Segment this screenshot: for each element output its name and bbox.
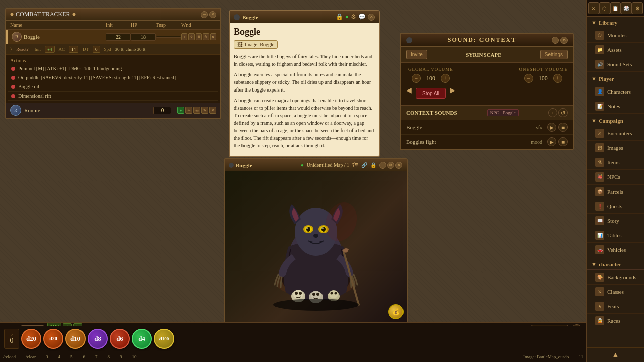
table-row[interactable]: B Boggle 22 18 + ✧ ☠ ✎ ✕ xyxy=(6,30,220,44)
stop-button[interactable]: ■ xyxy=(558,137,568,146)
character-section-label: character xyxy=(599,261,621,267)
boggle-para-1: Boggles are the little bogeys of fairy t… xyxy=(234,53,375,68)
actions-panel: Actions Pummel [M] [ATK: +1] [DMG: 1d6-1… xyxy=(6,55,220,103)
vol-right-arrow[interactable]: ▶ xyxy=(450,86,455,101)
map-lock-icon[interactable]: 🔒 xyxy=(370,162,376,168)
play-button[interactable]: ▶ xyxy=(547,123,556,132)
d4-die[interactable]: d4 xyxy=(132,329,152,349)
oneshot-vol-increase[interactable]: + xyxy=(553,74,562,83)
action-bullet xyxy=(11,94,15,98)
add-sound-button[interactable]: + xyxy=(548,108,557,117)
sidebar-item-backgrounds[interactable]: 🎨 Backgrounds xyxy=(587,270,644,285)
sound-titlebar[interactable]: SOUND: CONTEXT ─ ✕ xyxy=(401,34,573,47)
sidebar-item-characters[interactable]: 👤 Characters xyxy=(587,84,644,99)
sidebar-item-encounters[interactable]: ⚔ Encounters xyxy=(587,126,644,141)
sidebar-item-modules[interactable]: ⬡ Modules xyxy=(587,28,644,43)
d8-die[interactable]: d8 xyxy=(88,329,108,349)
minimize-button[interactable]: ─ xyxy=(552,37,559,44)
invite-button[interactable]: Invite xyxy=(406,50,427,59)
minimize-button[interactable]: ─ xyxy=(379,162,386,169)
edit-icon[interactable]: ✎ xyxy=(203,33,209,40)
ac-value: 14 xyxy=(69,46,78,53)
delete-icon[interactable]: ✕ xyxy=(209,107,216,114)
hp-value: 18 xyxy=(131,33,156,41)
combat-header: Name Init HP Tmp Wnd xyxy=(6,21,220,30)
popout-button[interactable]: ⧉ xyxy=(387,162,394,169)
d10-die-v2[interactable]: d10 xyxy=(65,329,86,349)
sidebar-icon-4[interactable]: 🎲 xyxy=(621,2,632,14)
sidebar-item-classes[interactable]: ⚔ Classes xyxy=(587,285,644,299)
sidebar-item-vehicles[interactable]: 🚗 Vehicles xyxy=(587,243,644,257)
close-button[interactable]: ✕ xyxy=(368,14,375,21)
sidebar-item-notes[interactable]: 📝 Notes xyxy=(587,99,644,114)
action-item[interactable]: Oil puddle [SAVEVS: dexterity 11] [SAVEV… xyxy=(8,73,218,82)
sidebar-item-tables[interactable]: 📊 Tables xyxy=(587,228,644,243)
items-label: Items xyxy=(607,159,619,165)
coin-icon: 💰 xyxy=(388,304,404,319)
vol-left-arrow[interactable]: ◀ xyxy=(406,86,412,101)
character-header[interactable]: ▼ character xyxy=(587,259,644,270)
d6-die[interactable]: d6 xyxy=(110,329,130,349)
image-badge[interactable]: 🖼 Image: Boggle xyxy=(234,40,278,49)
collapse-arrow[interactable]: ▲ xyxy=(612,351,619,359)
sidebar-item-races[interactable]: 🧝 Races xyxy=(587,314,644,328)
sidebar-icon-gear[interactable]: ⚙ xyxy=(632,2,643,14)
lock-icon[interactable]: 🔒 xyxy=(336,13,343,21)
vehicles-label: Vehicles xyxy=(607,247,626,253)
boggle-info-titlebar[interactable]: Boggle 🔒 ● ⚙ 💬 ✕ xyxy=(230,11,379,23)
map-link-icon[interactable]: 🔗 xyxy=(361,162,367,168)
quests-icon: ❗ xyxy=(595,202,604,211)
sidebar-item-feats[interactable]: ★ Feats xyxy=(587,299,644,314)
sidebar-item-parcels[interactable]: 📦 Parcels xyxy=(587,185,644,199)
action-item[interactable]: Boggle oil xyxy=(8,82,218,92)
close-button[interactable]: ✕ xyxy=(209,11,216,18)
global-vol-increase[interactable]: + xyxy=(441,74,450,83)
settings-button[interactable]: Settings xyxy=(540,50,568,59)
d20-die-2[interactable]: d20 xyxy=(43,329,63,349)
sidebar-item-sound-sets[interactable]: 🔊 Sound Sets xyxy=(587,57,644,72)
oneshot-vol-decrease[interactable]: − xyxy=(524,74,533,83)
damage-icon[interactable]: ✧ xyxy=(185,107,192,114)
d100-die[interactable]: d100 xyxy=(154,329,174,349)
refresh-button[interactable]: ↺ xyxy=(558,108,568,117)
sidebar-item-images[interactable]: 🖼 Images xyxy=(587,141,644,155)
chat-icon[interactable]: 💬 xyxy=(358,13,366,21)
combat-tracker-titlebar[interactable]: COMBAT TRACKER ─ ✕ xyxy=(6,9,220,21)
minimize-button[interactable]: ─ xyxy=(201,11,208,18)
skull-icon[interactable]: ☠ xyxy=(196,33,202,40)
sidebar-item-quests[interactable]: ❗ Quests xyxy=(587,199,644,214)
tmp-value xyxy=(156,36,181,38)
settings-icon[interactable]: ⚙ xyxy=(351,13,356,21)
sidebar-icon-2[interactable]: ⬡ xyxy=(599,2,610,14)
library-header[interactable]: ▼ Library xyxy=(587,18,644,28)
d20-die[interactable]: d20 xyxy=(21,329,41,349)
sidebar-item-items[interactable]: ⚗ Items xyxy=(587,155,644,170)
boggle-map-titlebar[interactable]: Boggle ● Unidentified Map / 1 🗺 🔗 🔒 ─ ⧉ … xyxy=(225,159,407,171)
campaign-header[interactable]: ▼ Campaign xyxy=(587,116,644,126)
stop-button[interactable]: ■ xyxy=(558,123,568,132)
sidebar-icon-3[interactable]: 📋 xyxy=(610,2,621,14)
stop-all-button[interactable]: Stop All xyxy=(416,88,446,99)
sidebar-icon-1[interactable]: ⚔ xyxy=(588,2,599,14)
edit-icon[interactable]: ✎ xyxy=(201,107,208,114)
global-vol-decrease[interactable]: − xyxy=(412,74,421,83)
action-item[interactable]: Dimensional rift xyxy=(8,92,218,101)
heal-icon[interactable]: + xyxy=(181,33,187,40)
heal-icon[interactable]: + xyxy=(177,107,184,114)
damage-icon[interactable]: ✧ xyxy=(188,33,194,40)
table-row[interactable]: R Ronnie + ✧ ☠ ✎ ✕ xyxy=(6,103,220,118)
sidebar-item-assets[interactable]: 📁 Assets xyxy=(587,43,644,57)
close-button[interactable]: ✕ xyxy=(395,162,403,169)
close-button[interactable]: ✕ xyxy=(560,37,568,44)
play-button[interactable]: ▶ xyxy=(547,137,556,146)
sound-sets-label: Sound Sets xyxy=(607,61,632,67)
hp-input[interactable] xyxy=(153,107,171,114)
skull-icon[interactable]: ☠ xyxy=(193,107,200,114)
player-header[interactable]: ▼ Player xyxy=(587,74,644,84)
sidebar-item-story[interactable]: 📖 Story xyxy=(587,214,644,228)
delete-icon[interactable]: ✕ xyxy=(210,33,216,40)
action-item[interactable]: Pummel [M] [ATK: +1] [DMG: 1d6-1 bludgeo… xyxy=(8,64,218,73)
sidebar-item-npcs[interactable]: 👹 NPCs xyxy=(587,170,644,185)
window-controls: ─ ✕ xyxy=(201,11,216,18)
react-label: ⟩ xyxy=(10,47,12,52)
